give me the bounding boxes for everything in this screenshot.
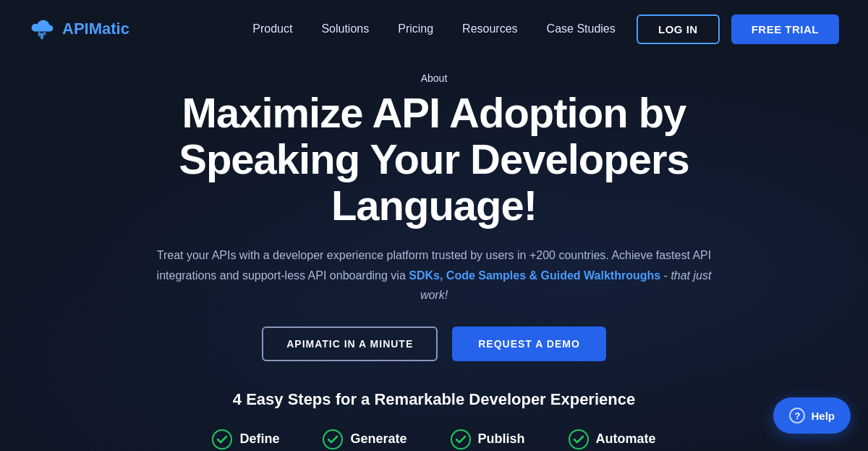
svg-point-3 <box>213 430 231 449</box>
nav-item-resources[interactable]: Resources <box>462 22 517 35</box>
nav-item-solutions[interactable]: Solutions <box>321 22 369 35</box>
logo-text: APIMatic <box>62 20 129 38</box>
hero-buttons: APIMATIC IN A MINUTE REQUEST A DEMO <box>29 326 839 361</box>
step-automate-label: Automate <box>596 431 656 447</box>
step-generate-label: Generate <box>350 431 407 447</box>
step-publish: Publish <box>451 429 525 450</box>
define-check-icon <box>212 429 232 450</box>
nav-item-product[interactable]: Product <box>252 22 292 35</box>
help-label: Help <box>811 410 835 422</box>
step-define: Define <box>212 429 279 450</box>
svg-rect-0 <box>38 32 41 37</box>
hero-subtitle: Treat your APIs with a developer experie… <box>152 245 716 305</box>
step-define-label: Define <box>239 431 279 447</box>
svg-rect-2 <box>41 33 43 39</box>
steps-list: Define Generate Publish Automate <box>29 429 839 450</box>
login-button[interactable]: LOG IN <box>637 14 720 44</box>
step-publish-label: Publish <box>478 431 525 447</box>
generate-check-icon <box>323 429 343 450</box>
nav-item-case-studies[interactable]: Case Studies <box>547 22 616 35</box>
apimatic-minute-button[interactable]: APIMATIC IN A MINUTE <box>262 326 438 361</box>
step-automate: Automate <box>569 429 656 450</box>
nav-links: Product Solutions Pricing Resources Case… <box>252 22 616 35</box>
automate-check-icon <box>569 429 589 450</box>
hero-section: About Maximize API Adoption by Speaking … <box>0 58 868 361</box>
steps-title: 4 Easy Steps for a Remarkable Developer … <box>29 390 839 409</box>
about-label: About <box>29 72 839 84</box>
request-demo-button[interactable]: REQUEST A DEMO <box>452 326 606 361</box>
publish-check-icon <box>451 429 471 450</box>
logo-icon <box>29 16 55 42</box>
navbar: APIMatic Product Solutions Pricing Resou… <box>0 0 868 58</box>
steps-section: 4 Easy Steps for a Remarkable Developer … <box>0 390 868 450</box>
subtitle-link[interactable]: SDKs, Code Samples & Guided Walkthroughs <box>409 269 660 282</box>
svg-point-5 <box>451 430 470 449</box>
svg-point-6 <box>569 430 588 449</box>
logo-link[interactable]: APIMatic <box>29 16 129 42</box>
svg-point-4 <box>323 430 342 449</box>
nav-actions: LOG IN FREE TRIAL <box>637 14 839 44</box>
hero-title: Maximize API Adoption by Speaking Your D… <box>109 90 760 228</box>
free-trial-button[interactable]: FREE TRIAL <box>731 14 839 44</box>
help-circle-icon: ? <box>789 408 805 423</box>
nav-item-pricing[interactable]: Pricing <box>398 22 433 35</box>
svg-rect-1 <box>43 32 46 35</box>
help-button[interactable]: ? Help <box>773 397 851 434</box>
step-generate: Generate <box>323 429 407 450</box>
